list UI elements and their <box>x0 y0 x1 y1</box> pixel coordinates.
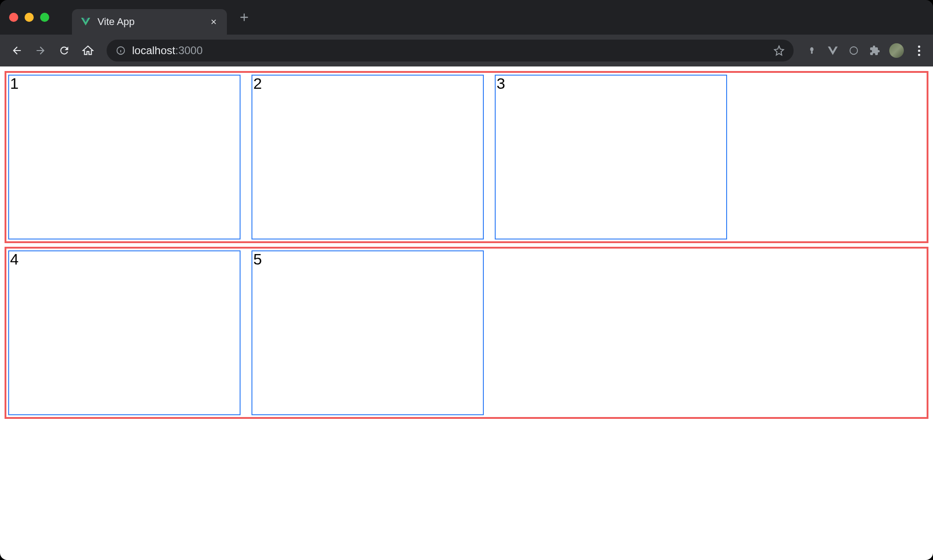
bookmark-star-icon[interactable] <box>774 45 784 56</box>
profile-avatar[interactable] <box>889 43 904 58</box>
tab-strip: Vite App <box>0 0 933 35</box>
svg-point-3 <box>810 47 813 51</box>
flex-row: 45 <box>5 247 928 419</box>
extension-icon-3[interactable] <box>847 44 860 57</box>
window-controls <box>9 13 49 22</box>
vue-logo-icon <box>80 16 91 27</box>
extensions-puzzle-icon[interactable] <box>868 44 881 57</box>
page-viewport: 12345 <box>0 66 933 560</box>
browser-toolbar: localhost:3000 <box>0 35 933 66</box>
browser-tab-active[interactable]: Vite App <box>72 9 227 35</box>
window-minimize-button[interactable] <box>25 13 34 22</box>
window-maximize-button[interactable] <box>40 13 49 22</box>
extension-icons <box>805 43 926 58</box>
url-port: :3000 <box>175 44 203 56</box>
svg-point-5 <box>850 47 858 55</box>
tab-title: Vite App <box>97 16 202 28</box>
svg-rect-4 <box>811 51 813 54</box>
grid-box: 3 <box>495 75 727 239</box>
url-text: localhost:3000 <box>132 44 203 57</box>
site-info-icon[interactable] <box>116 46 126 56</box>
grid-box: 1 <box>8 75 241 239</box>
vue-devtools-icon[interactable] <box>826 44 839 57</box>
reload-button[interactable] <box>55 41 74 60</box>
home-button[interactable] <box>78 41 97 60</box>
grid-box: 5 <box>251 250 484 415</box>
browser-chrome: Vite App localh <box>0 0 933 66</box>
url-host: localhost <box>132 44 175 56</box>
grid-box: 4 <box>8 250 241 415</box>
new-tab-button[interactable] <box>235 8 253 26</box>
tab-close-button[interactable] <box>209 17 219 27</box>
extension-icon-1[interactable] <box>805 44 818 57</box>
browser-menu-button[interactable] <box>912 44 926 57</box>
back-button[interactable] <box>7 41 26 60</box>
window-close-button[interactable] <box>9 13 18 22</box>
address-bar[interactable]: localhost:3000 <box>107 40 794 61</box>
forward-button[interactable] <box>31 41 50 60</box>
grid-box: 2 <box>251 75 484 239</box>
flex-row: 123 <box>5 71 928 243</box>
